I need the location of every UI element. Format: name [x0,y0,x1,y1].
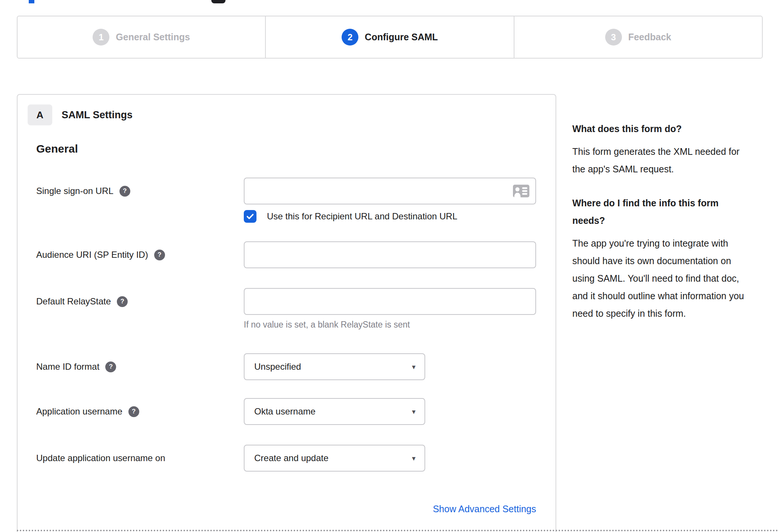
help-glyph: ? [109,363,113,370]
single-sign-on-url-input[interactable] [244,178,536,204]
show-advanced-settings-link[interactable]: Show Advanced Settings [433,504,536,514]
sidebar-heading-where: Where do I find the info this form needs… [572,194,751,229]
sidebar-body-where: The app you're trying to integrate with … [572,235,751,322]
single-sign-on-url-label-row: Single sign-on URL ? [36,178,130,204]
recipient-url-checkbox-row: Use this for Recipient URL and Destinati… [244,210,457,223]
update-application-username-label-row: Update application username on [36,445,165,472]
step-3-label: Feedback [628,32,671,43]
panel-title: SAML Settings [62,104,133,125]
step-2-label: Configure SAML [365,32,438,43]
help-icon[interactable]: ? [154,250,165,260]
clipped-dark-fragment [211,0,225,3]
recipient-url-checkbox[interactable] [244,210,256,223]
help-glyph: ? [123,187,127,195]
chevron-down-icon: ▾ [412,454,416,463]
select-value: Unspecified [254,362,301,372]
application-username-select[interactable]: Okta username ▾ [244,398,425,425]
field-label: Audience URI (SP Entity ID) [36,250,148,260]
help-icon[interactable]: ? [105,362,116,372]
default-relaystate-label-row: Default RelayState ? [36,288,128,315]
relaystate-helper-text: If no value is set, a blank RelayState i… [244,320,410,330]
audience-uri-input[interactable] [244,241,536,268]
single-sign-on-url-field [244,178,536,204]
sidebar-body-what: This form generates the XML needed for t… [572,143,751,178]
chevron-down-icon: ▾ [412,363,416,371]
name-id-format-label-row: Name ID format ? [36,353,116,380]
step-configure-saml[interactable]: 2 Configure SAML [265,16,513,58]
saml-settings-panel: A SAML Settings General Single sign-on U… [17,94,556,532]
step-1-circle: 1 [93,29,109,46]
chevron-down-icon: ▾ [412,407,416,416]
help-glyph: ? [132,408,136,415]
field-label: Name ID format [36,362,99,372]
application-username-label-row: Application username ? [36,398,139,425]
audience-uri-field [244,241,536,268]
wizard-stepper: 1 General Settings 2 Configure SAML 3 Fe… [17,16,763,59]
help-icon[interactable]: ? [117,296,128,307]
step-2-circle: 2 [342,29,358,46]
help-glyph: ? [120,298,124,305]
field-label: Single sign-on URL [36,186,113,196]
default-relaystate-input[interactable] [244,288,536,315]
sidebar-heading-what: What does this form do? [572,120,751,138]
help-icon[interactable]: ? [128,406,139,417]
update-application-username-select[interactable]: Create and update ▾ [244,445,425,472]
select-value: Okta username [254,406,315,417]
step-3-circle: 3 [605,29,622,46]
advanced-settings-row: Show Advanced Settings [244,504,536,514]
contact-card-icon[interactable] [513,185,529,197]
field-label: Default RelayState [36,296,111,307]
help-sidebar: What does this form do? This form genera… [572,120,751,339]
dashed-divider [17,530,778,531]
step-feedback[interactable]: 3 Feedback [514,16,762,58]
default-relaystate-field [244,288,536,315]
name-id-format-select[interactable]: Unspecified ▾ [244,353,425,380]
field-label: Application username [36,406,122,417]
section-a-badge: A [28,104,52,125]
general-section-heading: General [36,143,78,155]
help-glyph: ? [158,251,161,259]
field-label: Update application username on [36,453,165,463]
step-1-label: General Settings [116,32,190,43]
clipped-blue-fragment [29,0,34,3]
select-value: Create and update [254,453,329,463]
step-general-settings[interactable]: 1 General Settings [18,16,265,58]
checkmark-icon [246,212,255,221]
audience-uri-label-row: Audience URI (SP Entity ID) ? [36,241,165,268]
help-icon[interactable]: ? [119,186,130,197]
recipient-url-checkbox-label: Use this for Recipient URL and Destinati… [267,211,457,222]
